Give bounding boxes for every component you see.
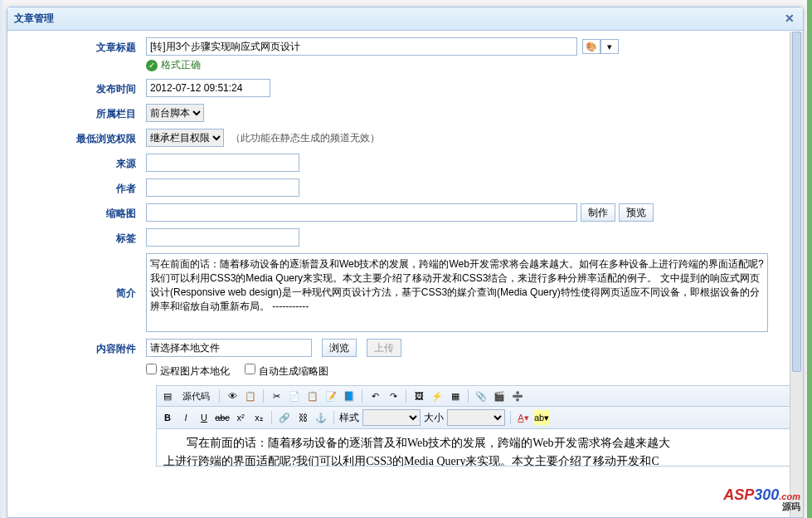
dialog-body: 文章标题 🎨 ▾ ✓ 格式正确 发布时间 所属栏目 前台脚本 最低浏 [7,31,803,467]
editor-toolbar-2: B I U abc x² x₂ 🔗 ⛓ ⚓ 样式 大小 A▾ ab▾ [157,407,803,429]
perm-select[interactable]: 继承栏目权限 [146,129,224,147]
label-perm: 最低浏览权限 [17,129,146,146]
browse-button[interactable]: 浏览 [322,339,357,357]
upload-button[interactable]: 上传 [367,339,401,357]
copy-icon[interactable]: 📄 [287,388,302,403]
sup-icon[interactable]: x₂ [251,410,266,425]
editor-body[interactable]: 写在前面的话：随着移动设备的逐渐普及和Web技术的发展，跨端的Web开发需求将会… [157,429,803,466]
page-left-edge [0,0,5,518]
column-select[interactable]: 前台脚本 [146,104,204,122]
cut-icon[interactable]: ✂ [269,388,284,403]
tags-input[interactable] [146,228,299,247]
attach-input[interactable] [146,339,312,357]
label-tags: 标签 [17,228,146,246]
rich-editor: ▤ 源代码 👁 📋 ✂ 📄 📋 📝 📘 ↶ ↷ 🖼 ⚡ ▦ 📎 [156,385,803,467]
link-icon[interactable]: 🔗 [277,410,292,425]
article-manage-dialog: 文章管理 ✕ 文章标题 🎨 ▾ ✓ 格式正确 发布时间 [7,7,804,518]
make-button[interactable]: 制作 [581,203,615,222]
dialog-titlebar[interactable]: 文章管理 ✕ [7,7,803,31]
size-label: 大小 [424,411,444,425]
source-button[interactable]: 源代码 [178,388,214,403]
label-column: 所属栏目 [17,104,146,121]
text-color-icon[interactable]: A▾ [516,410,531,425]
editor-toolbar-1: ▤ 源代码 👁 📋 ✂ 📄 📋 📝 📘 ↶ ↷ 🖼 ⚡ ▦ 📎 [157,386,803,407]
bg-color-icon[interactable]: ab▾ [534,410,549,425]
paste-text-icon[interactable]: 📝 [323,388,338,403]
remote-img-checkbox[interactable]: 远程图片本地化 [146,364,230,379]
bold-icon[interactable]: B [160,410,175,425]
close-icon[interactable]: ✕ [783,12,796,26]
label-author: 作者 [17,178,146,196]
dialog-title: 文章管理 [14,12,54,26]
table-icon[interactable]: ▦ [448,388,463,403]
paste-word-icon[interactable]: 📘 [342,388,357,403]
flash-icon[interactable]: ⚡ [430,388,445,403]
label-time: 发布时间 [17,79,146,96]
undo-icon[interactable]: ↶ [367,388,382,403]
image-icon[interactable]: 🖼 [411,388,426,403]
intro-textarea[interactable]: 写在前面的话：随着移动设备的逐渐普及和Web技术的发展，跨端的Web开发需求将会… [146,253,768,332]
attachment-icon[interactable]: 📎 [474,388,489,403]
outer-scrollbar[interactable] [807,0,812,518]
scrollbar-thumb[interactable] [792,32,801,372]
dialog-scrollbar[interactable] [790,32,803,517]
watermark-logo: ASP300.com 源码 [723,486,800,513]
validation-ok: ✓ 格式正确 [146,58,201,72]
label-attach: 内容附件 [17,339,146,356]
label-intro: 简介 [17,253,146,301]
media-icon[interactable]: 🎬 [492,388,507,403]
style-label: 样式 [339,411,359,425]
size-select[interactable] [447,409,505,426]
style-select[interactable] [362,409,421,426]
preview-icon[interactable]: 👁 [225,388,240,403]
check-icon: ✓ [146,60,158,71]
redo-icon[interactable]: ↷ [386,388,401,403]
template-icon[interactable]: 📋 [243,388,258,403]
anchor-icon[interactable]: ⚓ [314,410,328,425]
source-icon[interactable]: ▤ [160,388,175,403]
sub-icon[interactable]: x² [233,410,248,425]
label-title: 文章标题 [17,37,146,55]
dropdown-icon[interactable]: ▾ [600,39,619,54]
thumb-input[interactable] [146,203,577,222]
color-picker-icon[interactable]: 🎨 [582,39,600,54]
title-input[interactable] [146,37,577,56]
page-break-icon[interactable]: ➗ [510,388,525,403]
auto-thumb-checkbox[interactable]: 自动生成缩略图 [245,364,328,379]
label-thumb: 缩略图 [17,203,146,221]
underline-icon[interactable]: U [197,410,212,425]
time-input[interactable] [146,79,270,97]
italic-icon[interactable]: I [178,410,193,425]
paste-icon[interactable]: 📋 [305,388,320,403]
strike-icon[interactable]: abc [215,410,230,425]
preview-button[interactable]: 预览 [619,203,654,222]
author-input[interactable] [146,178,299,197]
label-source: 来源 [17,154,146,171]
source-input[interactable] [146,154,299,172]
perm-note: （此功能在静态生成的频道无效） [231,131,380,145]
unlink-icon[interactable]: ⛓ [295,410,310,425]
